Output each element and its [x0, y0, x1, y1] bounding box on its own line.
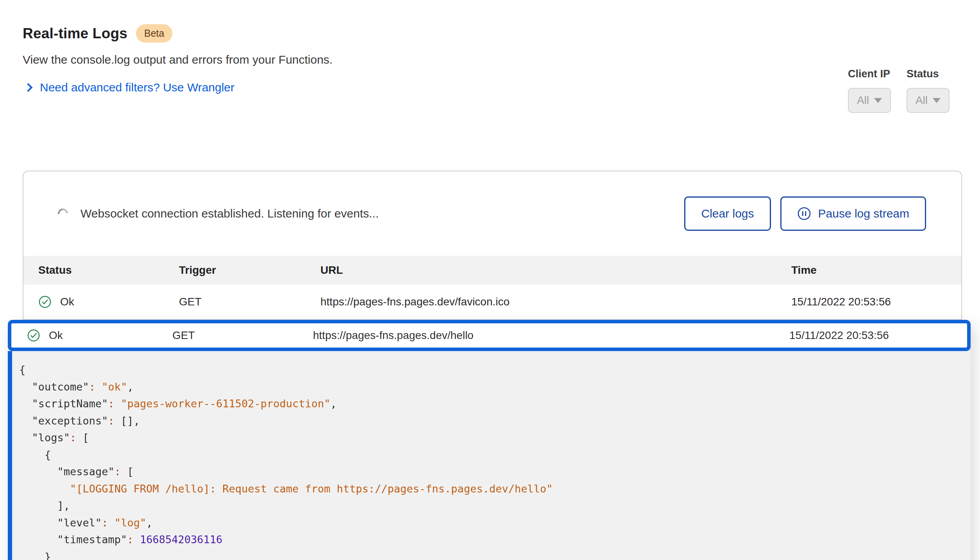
page-title: Real-time Logs: [23, 25, 127, 42]
caret-down-icon: [933, 98, 941, 103]
col-url: URL: [320, 264, 791, 276]
row-trigger: GET: [172, 329, 313, 342]
wrangler-filters-link[interactable]: Need advanced filters? Use Wrangler: [23, 81, 333, 94]
client-ip-dropdown[interactable]: All: [848, 88, 891, 113]
json-log-body: { "outcome": "ok", "scriptName": "pages-…: [8, 351, 971, 560]
row-status: Ok: [49, 329, 63, 342]
spinner-icon: [56, 207, 70, 221]
clear-logs-label: Clear logs: [701, 207, 754, 220]
expanded-log-entry: Ok GET https://pages-fns.pages.dev/hello…: [8, 320, 971, 560]
log-toolbar: Websocket connection established. Listen…: [23, 171, 961, 256]
check-circle-icon: [27, 329, 40, 342]
table-header: Status Trigger URL Time: [23, 256, 961, 285]
page-header: Real-time Logs Beta View the console.log…: [0, 0, 980, 113]
realtime-logs-page: Real-time Logs Beta View the console.log…: [0, 0, 980, 560]
caret-down-icon: [874, 98, 882, 103]
header-left: Real-time Logs Beta View the console.log…: [23, 24, 333, 94]
row-time: 15/11/2022 20:53:56: [791, 296, 946, 308]
pause-icon: [797, 207, 811, 221]
client-ip-filter: Client IP All: [848, 68, 891, 113]
client-ip-value: All: [857, 94, 869, 107]
pause-log-stream-button[interactable]: Pause log stream: [780, 196, 926, 231]
col-time: Time: [791, 264, 946, 276]
filters: Client IP All Status All: [848, 24, 950, 113]
status-dropdown[interactable]: All: [907, 88, 950, 113]
row-trigger: GET: [179, 296, 320, 308]
row-url: https://pages-fns.pages.dev/hello: [313, 329, 789, 342]
client-ip-label: Client IP: [848, 68, 891, 80]
check-circle-icon: [38, 295, 52, 309]
table-row-selected[interactable]: Ok GET https://pages-fns.pages.dev/hello…: [8, 320, 971, 351]
status-value: All: [916, 94, 928, 107]
table-row[interactable]: Ok GET https://pages-fns.pages.dev/favic…: [23, 285, 961, 320]
clear-logs-button[interactable]: Clear logs: [684, 196, 771, 231]
log-card: Websocket connection established. Listen…: [23, 171, 962, 320]
websocket-status-text: Websocket connection established. Listen…: [80, 207, 379, 220]
status-label: Status: [907, 68, 950, 80]
row-time: 15/11/2022 20:53:56: [789, 329, 951, 342]
col-status: Status: [38, 264, 179, 276]
status-filter: Status All: [907, 68, 950, 113]
row-url: https://pages-fns.pages.dev/favicon.ico: [320, 296, 791, 308]
wrangler-link-label: Need advanced filters? Use Wrangler: [40, 81, 234, 94]
page-subtitle: View the console.log output and errors f…: [23, 53, 333, 66]
pause-log-stream-label: Pause log stream: [818, 207, 909, 220]
websocket-status: Websocket connection established. Listen…: [58, 207, 684, 220]
beta-badge: Beta: [136, 24, 172, 43]
row-status: Ok: [60, 296, 74, 308]
col-trigger: Trigger: [179, 264, 320, 276]
chevron-right-icon: [24, 83, 33, 92]
